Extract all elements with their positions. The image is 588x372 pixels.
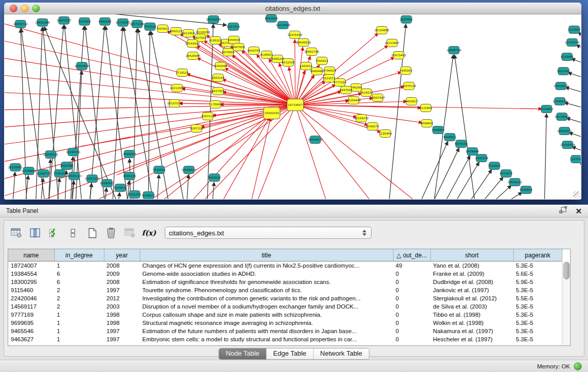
table-cell[interactable]: 1 xyxy=(54,327,104,335)
table-cell[interactable]: 5.3E-5 xyxy=(513,261,562,270)
table-cell[interactable]: Franke et al. (2009) xyxy=(430,270,513,278)
table-cell[interactable]: 2008 xyxy=(104,261,140,270)
table-cell[interactable]: 6 xyxy=(54,270,104,278)
table-cell[interactable]: 5.3E-5 xyxy=(513,335,562,343)
row-height-icon[interactable] xyxy=(66,226,80,240)
zoom-window-button[interactable] xyxy=(32,5,40,12)
table-cell[interactable]: 1997 xyxy=(104,286,140,294)
table-cell[interactable]: 9115460 xyxy=(8,286,54,294)
table-cell[interactable]: 0 xyxy=(393,335,430,343)
table-cell[interactable]: 18300295 xyxy=(8,278,54,286)
column-header[interactable]: in_degree xyxy=(54,249,104,261)
table-cell[interactable]: 9777169 xyxy=(8,311,54,319)
window-resize-grip[interactable] xyxy=(573,191,580,198)
table-cell[interactable]: 5.3E-5 xyxy=(513,302,562,311)
table-cell[interactable]: Estimation of significance thresholds fo… xyxy=(140,278,393,286)
table-cell[interactable]: 0 xyxy=(393,302,430,311)
table-cell[interactable]: Embryonic stem cells: a model to study s… xyxy=(140,335,393,343)
function-builder-icon[interactable]: f(x) xyxy=(142,226,156,240)
tab-edge-table[interactable]: Edge Table xyxy=(266,348,313,359)
table-cell[interactable]: Nakamura et al. (1997) xyxy=(430,327,513,335)
table-cell[interactable]: 1 xyxy=(54,311,104,319)
table-row[interactable]: 1938455462009Genome-wide association stu… xyxy=(8,270,562,278)
table-cell[interactable]: 1997 xyxy=(104,327,140,335)
column-header[interactable]: △ out_de... xyxy=(393,249,430,261)
network-canvas[interactable]: 2405571220691406106532871527602646616010… xyxy=(5,14,581,199)
table-cell[interactable]: 14569117 xyxy=(8,302,54,311)
table-cell[interactable]: 1 xyxy=(54,261,104,270)
table-options-icon[interactable] xyxy=(9,226,24,240)
table-cell[interactable]: Hescheler et al. (1997) xyxy=(430,335,513,343)
table-cell[interactable]: 9465546 xyxy=(8,327,54,335)
table-cell[interactable]: 49 xyxy=(393,261,430,270)
table-row[interactable]: 1456911722003Disruption of a novel membe… xyxy=(8,302,562,311)
table-cell[interactable]: 5.3E-5 xyxy=(513,319,562,327)
table-cell[interactable]: Investigating the contribution of common… xyxy=(140,294,393,302)
table-scrollbar-thumb[interactable] xyxy=(563,262,570,279)
table-scrollbar[interactable] xyxy=(562,260,570,345)
table-cell[interactable]: 2012 xyxy=(104,294,140,302)
table-cell[interactable]: Corpus callosum shape and size in male p… xyxy=(140,311,393,319)
table-cell[interactable]: Stergiakouli et al. (2012) xyxy=(430,294,513,302)
table-cell[interactable]: Tourette syndrome. Phenomenology and cla… xyxy=(140,286,393,294)
table-cell[interactable]: 18724007 xyxy=(8,261,54,270)
table-cell[interactable]: Yano et al. (2008) xyxy=(430,261,513,270)
float-panel-icon[interactable] xyxy=(559,206,567,215)
table-cell[interactable]: 2 xyxy=(54,286,104,294)
table-row[interactable]: 946362711997Embryonic stem cells: a mode… xyxy=(8,335,562,343)
table-cell[interactable]: 5.6E-5 xyxy=(513,270,562,278)
table-row[interactable]: 2242004622012Investigating the contribut… xyxy=(8,294,562,302)
close-window-button[interactable] xyxy=(10,5,17,12)
table-cell[interactable]: 1997 xyxy=(104,335,140,343)
table-row[interactable]: 1830029562008Estimation of significance … xyxy=(8,278,562,286)
table-cell[interactable]: 22420046 xyxy=(8,294,54,302)
table-cell[interactable]: 2 xyxy=(54,302,104,311)
table-cell[interactable]: 1998 xyxy=(104,311,140,319)
delete-table-icon[interactable] xyxy=(123,226,137,240)
table-cell[interactable]: 2003 xyxy=(104,302,140,311)
table-cell[interactable]: 5.5E-5 xyxy=(513,294,562,302)
table-cell[interactable]: 0 xyxy=(393,311,430,319)
table-cell[interactable]: Jankovic et al. (1997) xyxy=(430,286,513,294)
close-panel-icon[interactable]: ✕ xyxy=(575,207,582,215)
new-column-icon[interactable] xyxy=(85,226,99,240)
table-cell[interactable]: 0 xyxy=(393,319,430,327)
window-titlebar[interactable]: citations_edges.txt xyxy=(4,3,581,14)
column-header[interactable]: title xyxy=(140,249,393,261)
column-header[interactable]: year xyxy=(104,249,140,261)
table-cell[interactable]: Changes of HCN gene expression and I(f) … xyxy=(140,261,393,270)
row-selection-icon[interactable] xyxy=(47,226,61,240)
table-cell[interactable]: Wolkin et al. (1998) xyxy=(430,319,513,327)
column-visibility-icon[interactable] xyxy=(28,226,42,240)
table-row[interactable]: 911546021997Tourette syndrome. Phenomeno… xyxy=(8,286,562,294)
table-cell[interactable]: Genome-wide association studies in ADHD. xyxy=(140,270,393,278)
delete-icon[interactable] xyxy=(104,226,118,240)
table-cell[interactable]: Estimation of the future numbers of pati… xyxy=(140,327,393,335)
tab-node-table[interactable]: Node Table xyxy=(219,348,266,359)
table-row[interactable]: 946554611997Estimation of the future num… xyxy=(8,327,562,335)
table-cell[interactable]: 2009 xyxy=(104,270,140,278)
table-cell[interactable]: 9699695 xyxy=(8,319,54,327)
table-cell[interactable]: 2008 xyxy=(104,278,140,286)
table-cell[interactable]: Disruption of a novel member of a sodium… xyxy=(140,302,393,311)
table-cell[interactable]: 5.3E-5 xyxy=(513,327,562,335)
column-header[interactable]: name xyxy=(8,249,54,261)
table-cell[interactable]: 1 xyxy=(54,319,104,327)
table-cell[interactable]: 5.3E-5 xyxy=(513,286,562,294)
table-cell[interactable]: Dudbridge et al. (2008) xyxy=(430,278,513,286)
table-cell[interactable]: 0 xyxy=(393,286,430,294)
table-cell[interactable]: Structural magnetic resonance image aver… xyxy=(140,319,393,327)
table-cell[interactable]: 5.3E-5 xyxy=(513,311,562,319)
table-cell[interactable]: 0 xyxy=(393,278,430,286)
table-cell[interactable]: 5.9E-5 xyxy=(513,278,562,286)
minimize-window-button[interactable] xyxy=(21,5,29,12)
table-cell[interactable]: 2 xyxy=(54,294,104,302)
table-cell[interactable]: 1998 xyxy=(104,319,140,327)
table-selector-dropdown[interactable]: citations_edges.txt xyxy=(165,227,372,239)
table-row[interactable]: 1872400712008Changes of HCN gene express… xyxy=(8,261,562,270)
table-cell[interactable]: Tibbo et al. (1998) xyxy=(430,311,513,319)
table-cell[interactable]: 9463627 xyxy=(8,335,54,343)
tab-network-table[interactable]: Network Table xyxy=(313,348,369,359)
table-cell[interactable]: 6 xyxy=(54,278,104,286)
network-graph[interactable]: 2405571220691406106532871527602646616010… xyxy=(5,14,581,199)
